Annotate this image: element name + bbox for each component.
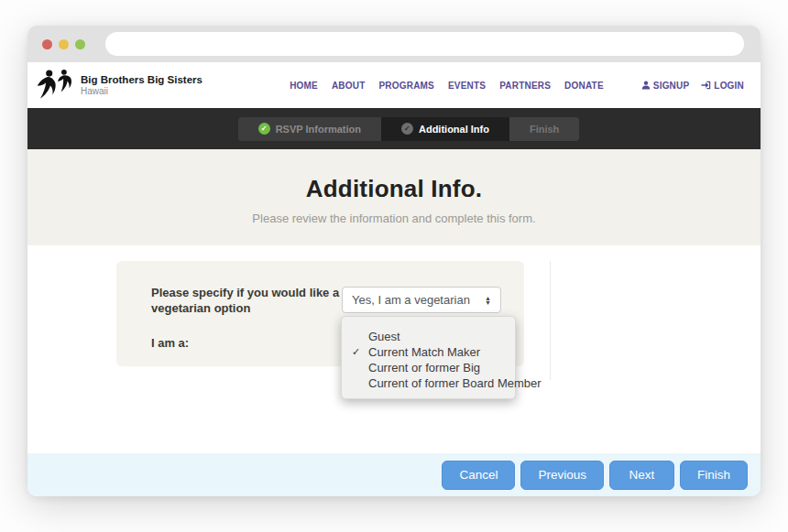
role-question-label: I am a: xyxy=(151,336,189,350)
browser-chrome xyxy=(27,26,761,62)
stepper-bar: ✓ RSVP Information ✓ Additional Info Fin… xyxy=(27,108,761,149)
bbbs-figures-icon xyxy=(37,69,75,102)
tab-label: Finish xyxy=(530,124,559,135)
nav-item-about[interactable]: ABOUT xyxy=(332,81,366,91)
vegetarian-select-value: Yes, I am a vegetarian xyxy=(352,293,470,307)
check-circle-icon: ✓ xyxy=(401,123,413,135)
finish-button[interactable]: Finish xyxy=(680,461,748,490)
page-subtitle: Please review the information and comple… xyxy=(27,212,761,225)
next-button[interactable]: Next xyxy=(609,461,674,490)
select-stepper-icon: ▲▼ xyxy=(485,296,491,305)
close-window-icon[interactable] xyxy=(42,39,52,49)
minimize-window-icon[interactable] xyxy=(59,39,69,49)
role-dropdown-menu: Guest ✓ Current Match Maker Current or f… xyxy=(341,316,516,399)
login-link[interactable]: LOGIN xyxy=(701,81,744,91)
check-icon: ✓ xyxy=(352,345,360,359)
user-icon xyxy=(641,81,651,90)
tab-additional-info[interactable]: ✓ Additional Info xyxy=(381,117,509,141)
main-nav: HOME ABOUT PROGRAMS EVENTS PARTNERS DONA… xyxy=(290,81,744,91)
site-header: Big Brothers Big Sisters Hawaii HOME ABO… xyxy=(27,62,761,108)
login-label: LOGIN xyxy=(714,81,744,91)
nav-item-home[interactable]: HOME xyxy=(290,81,318,91)
browser-window: Big Brothers Big Sisters Hawaii HOME ABO… xyxy=(27,26,761,496)
signup-link[interactable]: SIGNUP xyxy=(641,81,690,91)
dropdown-option-board-member[interactable]: Current of former Board Member xyxy=(342,375,515,391)
logo[interactable]: Big Brothers Big Sisters Hawaii xyxy=(37,69,202,102)
maximize-window-icon[interactable] xyxy=(75,39,85,49)
tab-label: RSVP Information xyxy=(276,124,361,135)
form-content: Please specify if you would like a veget… xyxy=(27,245,761,453)
nav-item-events[interactable]: EVENTS xyxy=(448,81,486,91)
dropdown-option-guest[interactable]: Guest xyxy=(342,329,515,344)
dropdown-option-current-or-former-big[interactable]: Current or former Big xyxy=(342,360,515,375)
logo-subtitle: Hawaii xyxy=(81,86,202,96)
nav-item-partners[interactable]: PARTNERS xyxy=(499,81,551,91)
login-icon xyxy=(701,81,711,90)
url-bar[interactable] xyxy=(105,32,744,56)
vegetarian-select[interactable]: Yes, I am a vegetarian ▲▼ xyxy=(342,287,501,313)
check-circle-icon: ✓ xyxy=(258,123,270,135)
logo-title: Big Brothers Big Sisters xyxy=(81,74,202,86)
panel-divider xyxy=(550,261,551,380)
stepper-tabs: ✓ RSVP Information ✓ Additional Info Fin… xyxy=(238,117,580,141)
dropdown-option-current-match-maker[interactable]: ✓ Current Match Maker xyxy=(342,344,515,360)
nav-item-programs[interactable]: PROGRAMS xyxy=(379,81,435,91)
vegetarian-question-label: Please specify if you would like a veget… xyxy=(151,285,348,316)
option-label: Guest xyxy=(368,330,400,343)
page-title: Additional Info. xyxy=(27,175,761,203)
previous-button[interactable]: Previous xyxy=(520,461,604,490)
option-label: Current or former Big xyxy=(368,361,480,375)
option-label: Current Match Maker xyxy=(368,345,480,359)
tab-finish[interactable]: Finish xyxy=(509,117,579,141)
option-label: Current of former Board Member xyxy=(368,376,542,390)
tab-rsvp-information[interactable]: ✓ RSVP Information xyxy=(238,117,381,141)
signup-label: SIGNUP xyxy=(653,81,690,91)
window-controls xyxy=(42,39,85,49)
cancel-button[interactable]: Cancel xyxy=(442,461,515,490)
nav-item-donate[interactable]: DONATE xyxy=(564,81,604,91)
tab-label: Additional Info xyxy=(419,124,489,135)
page-header: Additional Info. Please review the infor… xyxy=(27,149,761,245)
wizard-footer: Cancel Previous Next Finish xyxy=(27,453,761,496)
